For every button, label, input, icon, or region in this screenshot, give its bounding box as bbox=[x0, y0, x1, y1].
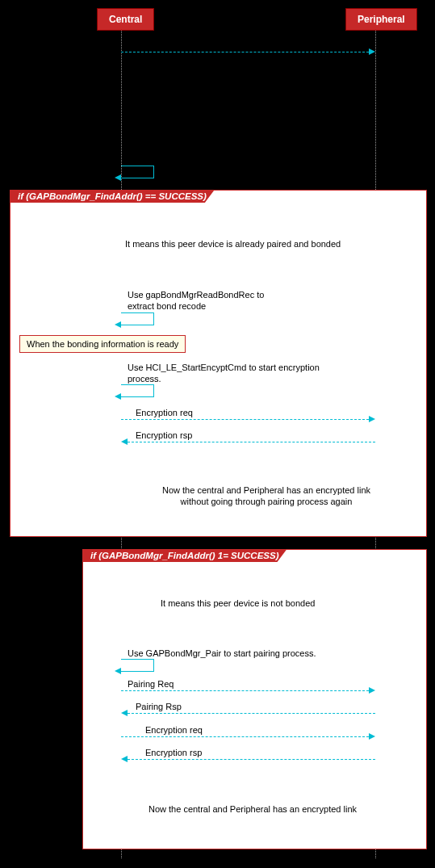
enc-rsp-label-1: Encryption rsp bbox=[136, 430, 192, 441]
step-read-bond: Use gapBondMgrReadBondRec to extract bon… bbox=[128, 289, 264, 312]
enc-rsp-head-1 bbox=[121, 438, 128, 445]
arrow-initial bbox=[121, 52, 369, 52]
step-encrypt-cmd: Use HCI_LE_StartEncyptCmd to start encry… bbox=[128, 362, 320, 385]
self-arrow-read bbox=[121, 312, 154, 325]
self-arrow-encrypt bbox=[121, 384, 154, 397]
step-pair: Use GAPBondMgr_Pair to start pairing pro… bbox=[128, 648, 316, 659]
result-2: Now the central and Peripheral has an en… bbox=[128, 803, 378, 815]
enc-req-arrow-2 bbox=[121, 736, 369, 737]
sequence-diagram: Central Peripheral if (GAPBondMgr_FindAd… bbox=[8, 8, 427, 860]
note-bonding-ready: When the bonding information is ready bbox=[19, 335, 186, 353]
pairing-rsp-head bbox=[121, 710, 128, 716]
enc-rsp-head-2 bbox=[121, 756, 128, 762]
enc-req-arrow-1 bbox=[121, 419, 369, 420]
pairing-req-label: Pairing Req bbox=[128, 678, 174, 690]
pairing-rsp-label: Pairing Rsp bbox=[136, 701, 182, 712]
self-arrow-1 bbox=[121, 166, 154, 178]
enc-req-head-2 bbox=[369, 733, 375, 740]
result-1: Now the central and Peripheral has an en… bbox=[141, 484, 391, 508]
enc-req-label-1: Encryption req bbox=[136, 407, 193, 418]
arrow-head-initial bbox=[369, 48, 375, 55]
note-not-bonded: It means this peer device is not bonded bbox=[161, 598, 315, 609]
pairing-req-arrow bbox=[121, 690, 369, 691]
self-arrow-pair bbox=[121, 659, 154, 672]
participant-central: Central bbox=[97, 8, 154, 31]
group-header-1: if (GAPBondMgr_FindAddr() == SUCCESS) bbox=[10, 190, 215, 203]
enc-rsp-arrow-1 bbox=[128, 442, 375, 442]
enc-rsp-label-2: Encryption rsp bbox=[145, 747, 202, 758]
enc-req-head-1 bbox=[369, 416, 375, 422]
note-paired: It means this peer device is already pai… bbox=[125, 238, 391, 249]
pairing-req-head bbox=[369, 687, 375, 694]
participant-peripheral: Peripheral bbox=[345, 8, 417, 31]
group-header-2: if (GAPBondMgr_FindAddr() 1= SUCCESS) bbox=[82, 549, 287, 562]
enc-req-label-2: Encryption req bbox=[145, 724, 203, 736]
pairing-rsp-arrow bbox=[128, 713, 375, 714]
enc-rsp-arrow-2 bbox=[128, 759, 375, 760]
